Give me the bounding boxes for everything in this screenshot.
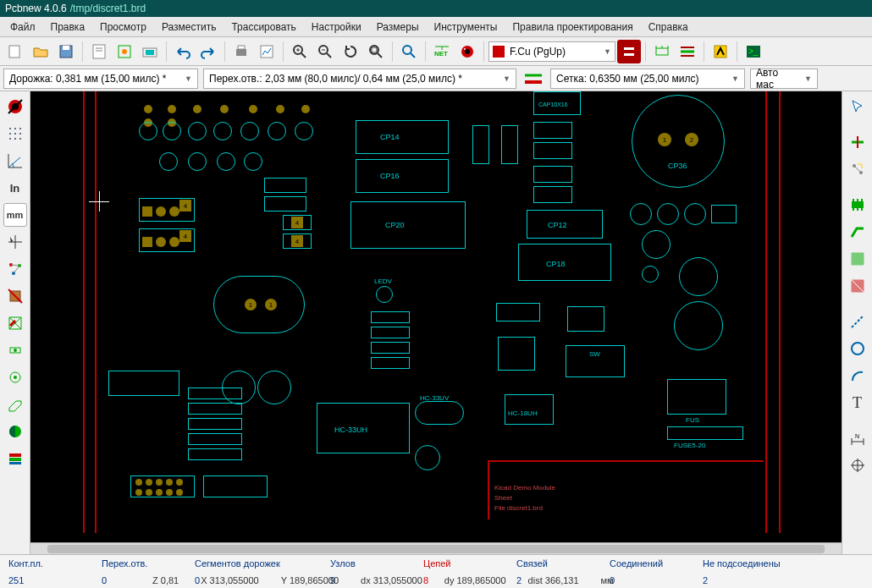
grid-icon[interactable] [3, 122, 27, 146]
component [264, 196, 306, 212]
print-icon[interactable] [229, 40, 253, 63]
menu-file[interactable]: Файл [3, 19, 42, 35]
separator [704, 41, 704, 62]
menu-design-rules[interactable]: Правила проектирования [505, 19, 639, 35]
cursor-shape-icon[interactable] [3, 230, 27, 254]
track-fill-icon[interactable] [3, 393, 27, 416]
find-icon[interactable] [397, 40, 421, 63]
menu-preferences[interactable]: Настройки [305, 19, 368, 35]
save-icon[interactable] [54, 40, 78, 63]
component [657, 203, 679, 225]
zoom-out-icon[interactable] [313, 40, 337, 63]
add-footprint-icon[interactable] [846, 193, 869, 217]
add-target-icon[interactable] [846, 453, 869, 477]
web-freeroute-icon[interactable] [709, 40, 732, 63]
component [679, 257, 718, 296]
add-circle-icon[interactable] [846, 337, 869, 360]
status-dist: dist 366,131 [528, 575, 579, 585]
svg-rect-32 [624, 53, 634, 56]
via-size-combo[interactable]: Перех.отв.: 2,03 мм (80,0 милс)/ 0,64 мм… [203, 69, 516, 89]
zoom-combo[interactable]: Авто мас ▼ [750, 69, 818, 89]
high-contrast-icon[interactable] [3, 420, 27, 443]
add-keepout-icon[interactable] [846, 274, 869, 298]
svg-rect-11 [238, 46, 245, 49]
layer-setup-icon[interactable] [617, 40, 641, 63]
component [295, 122, 313, 140]
highlight-net-icon[interactable] [846, 130, 869, 154]
scroll-thumb[interactable] [47, 545, 825, 553]
horizontal-scrollbar[interactable] [30, 542, 842, 554]
auto-track-width-icon[interactable] [522, 67, 545, 91]
add-track-icon[interactable] [846, 220, 869, 244]
component-hc33uv [415, 401, 464, 425]
menu-tools[interactable]: Инструменты [428, 19, 505, 35]
zoom-in-icon[interactable] [288, 40, 312, 63]
dropdown-icon: ▼ [179, 74, 192, 83]
component-cp18: CP18 [518, 244, 611, 281]
track-width-combo[interactable]: Дорожка: 0,381 мм (15,00 милс) * ▼ [3, 69, 198, 89]
plot-icon[interactable] [255, 40, 279, 63]
layer-manager-icon[interactable] [3, 447, 27, 470]
edge [83, 91, 85, 533]
layer-selector[interactable]: F.Cu (PgUp) ▼ [488, 41, 615, 62]
add-dimension-icon[interactable]: N [846, 426, 869, 450]
pcb-canvas[interactable]: 4 4 1 1 CP14 CP16 CP20 CAP10X16 [30, 91, 842, 542]
polar-coord-icon[interactable] [3, 149, 27, 173]
units-inch-icon[interactable]: In [3, 176, 27, 200]
auto-delete-track-icon[interactable] [3, 284, 27, 308]
svg-line-18 [327, 53, 331, 58]
grid-combo[interactable]: Сетка: 0,6350 мм (25,00 милс) ▼ [550, 69, 745, 89]
new-board-icon[interactable] [3, 40, 27, 63]
menu-view[interactable]: Просмотр [93, 19, 153, 35]
separator [224, 41, 225, 62]
menu-help[interactable]: Справка [642, 19, 695, 35]
status-y: Y 189,865000 [281, 575, 339, 585]
component [567, 306, 604, 332]
component [501, 125, 518, 164]
component-led [376, 286, 393, 303]
component [533, 186, 572, 203]
main-area: In mm [0, 91, 872, 554]
canvas-area: 4 4 1 1 CP14 CP16 CP20 CAP10X16 [30, 91, 842, 554]
component-cp14: CP14 [356, 120, 449, 154]
menu-dimensions[interactable]: Размеры [370, 19, 426, 35]
svg-rect-74 [9, 458, 21, 461]
refresh-icon[interactable] [339, 40, 362, 63]
redo-icon[interactable] [196, 40, 220, 63]
menu-place[interactable]: Разместить [155, 19, 224, 35]
undo-icon[interactable] [171, 40, 195, 63]
units-mm-icon[interactable]: mm [3, 203, 27, 227]
netlist-icon[interactable]: NET [430, 40, 454, 63]
via-fill-icon[interactable] [3, 365, 27, 389]
mode-footprint-icon[interactable] [650, 40, 674, 63]
component [496, 303, 540, 321]
component [533, 166, 572, 183]
mode-track-icon[interactable] [676, 40, 699, 63]
pad-fill-icon[interactable] [3, 338, 27, 362]
drc-off-icon[interactable] [3, 95, 27, 118]
add-zone-icon[interactable] [846, 247, 869, 271]
show-filled-zones-icon[interactable] [3, 311, 27, 335]
drc-icon[interactable] [455, 40, 479, 63]
component [630, 203, 652, 225]
menu-edit[interactable]: Правка [44, 19, 92, 35]
script-console-icon[interactable]: >_ [742, 40, 765, 63]
component [533, 142, 572, 159]
open-icon[interactable] [29, 40, 52, 63]
cursor-icon[interactable] [846, 95, 869, 118]
add-line-icon[interactable] [846, 310, 869, 333]
svg-point-50 [19, 128, 21, 129]
module-editor-icon[interactable] [113, 40, 136, 63]
add-arc-icon[interactable] [846, 364, 869, 387]
component-fuse520 [667, 426, 743, 440]
svg-rect-10 [236, 49, 246, 56]
local-ratsnest-icon[interactable] [846, 157, 869, 181]
add-text-icon[interactable]: T [846, 391, 869, 415]
page-settings-icon[interactable] [87, 40, 111, 63]
ratsnest-icon[interactable] [3, 257, 27, 281]
zoom-fit-icon[interactable] [364, 40, 388, 63]
svg-point-51 [9, 133, 11, 135]
menu-route[interactable]: Трассировать [224, 19, 302, 35]
component [222, 371, 256, 404]
module-viewer-icon[interactable] [138, 40, 162, 63]
